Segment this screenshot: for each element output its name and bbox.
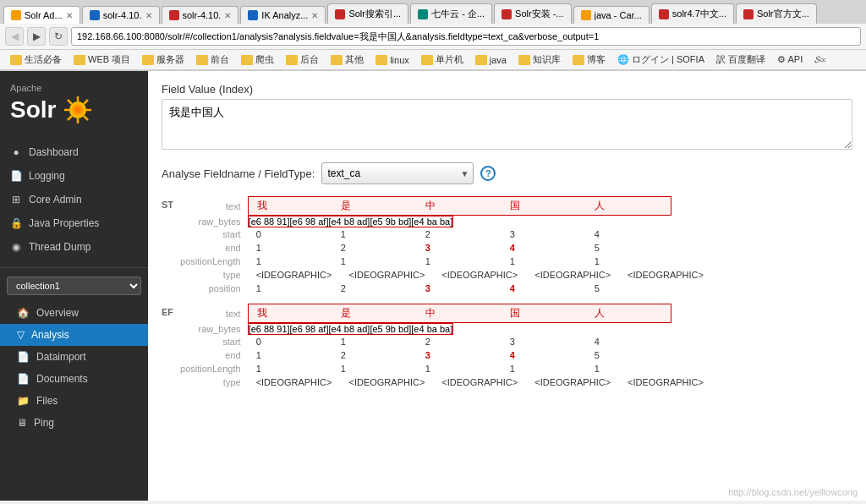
solr-logo: Apache Solr xyxy=(10,83,138,127)
ef-end-4: 5 xyxy=(586,348,671,362)
tab-3[interactable]: solr-4.10. ✕ xyxy=(162,6,239,24)
bookmark-16[interactable]: 𝓢∝ xyxy=(809,53,831,66)
bookmark-9[interactable]: 单片机 xyxy=(416,52,469,67)
ef-start-label: start xyxy=(180,335,248,348)
ef-type-4: <IDEOGRAPHIC> xyxy=(619,375,712,389)
ef-poslen-table: 1 1 1 1 1 xyxy=(248,362,671,375)
fieldtype-select-wrapper: text_ca text_en text_zh string ▼ xyxy=(321,162,474,184)
collection-dropdown[interactable]: collection1 xyxy=(7,277,141,295)
tab-close-icon[interactable]: ✕ xyxy=(66,11,73,20)
ef-poslen-0: 1 xyxy=(248,362,332,375)
forward-button[interactable]: ▶ xyxy=(27,27,46,46)
tab-close-2[interactable]: ✕ xyxy=(145,11,152,20)
tab-5[interactable]: Solr搜索引... xyxy=(327,3,408,24)
bookmark-6[interactable]: 后台 xyxy=(281,52,324,67)
bookmark-3[interactable]: 服务器 xyxy=(137,52,189,67)
sidebar-item-logging[interactable]: 📄 Logging xyxy=(0,164,148,188)
ef-rawbytes-label: raw_bytes xyxy=(180,323,248,335)
st-props-col: text 我 是 中 国 人 xyxy=(180,196,712,295)
tab-close-4[interactable]: ✕ xyxy=(311,11,318,20)
tab-active[interactable]: Solr Ad... ✕ xyxy=(3,6,80,24)
bookmark-11[interactable]: 知识库 xyxy=(513,52,566,67)
tab-8[interactable]: java - Car... xyxy=(573,6,650,24)
ef-start-0: 0 xyxy=(248,335,332,348)
st-poslen-values: 1 1 1 1 1 xyxy=(248,255,712,268)
st-rawbytes-row: raw_bytes [e6 88 91] [e6 98 af] [e4 b8 a… xyxy=(180,216,712,227)
tab-2[interactable]: solr-4.10. ✕ xyxy=(82,6,160,24)
help-icon[interactable]: ? xyxy=(480,166,496,181)
st-position-0: 1 xyxy=(248,282,332,295)
sidebar-logo: Apache Solr xyxy=(0,71,148,135)
sidebar-item-thread-dump[interactable]: ◉ Thread Dump xyxy=(0,235,148,259)
collection-nav-documents[interactable]: 📄 Documents xyxy=(0,368,148,390)
tab-label-3: solr-4.10. xyxy=(183,10,222,20)
fieldtype-select[interactable]: text_ca text_en text_zh string xyxy=(321,162,474,184)
ef-end-3: 4 xyxy=(502,348,586,362)
tab-10[interactable]: Solr官方文... xyxy=(736,3,817,24)
solr-title: Solr xyxy=(10,93,95,127)
tab-7[interactable]: Solr安装 -... xyxy=(494,3,571,24)
ping-icon: 🖥 xyxy=(17,417,27,429)
ef-end-2: 3 xyxy=(417,348,502,362)
app-body: Apache Solr xyxy=(0,71,866,501)
field-value-input[interactable]: 我是中国人 xyxy=(162,99,852,150)
st-poslen-3: 1 xyxy=(502,255,586,268)
bookmark-15[interactable]: ⚙ API xyxy=(772,53,808,66)
tab-bar: Solr Ad... ✕ solr-4.10. ✕ solr-4.10. ✕ I… xyxy=(0,0,866,24)
st-start-0: 0 xyxy=(248,227,332,241)
svg-line-5 xyxy=(68,100,72,104)
st-rawbytes-table: [e6 88 91] [e6 98 af] [e4 b8 ad] [e5 9b … xyxy=(248,216,454,227)
bookmark-2[interactable]: WEB 项目 xyxy=(69,52,135,67)
st-end-1: 2 xyxy=(332,241,417,255)
sidebar-item-java-properties[interactable]: 🔒 Java Properties xyxy=(0,211,148,235)
sidebar-label-dashboard: Dashboard xyxy=(29,146,79,158)
ef-char-row: 我 是 中 国 人 xyxy=(248,304,671,323)
st-char-1: 是 xyxy=(332,197,417,216)
collection-nav-ping[interactable]: 🖥 Ping xyxy=(0,412,148,434)
ef-rawbytes-tokens: [e6 88 91] [e6 98 af] [e4 b8 ad] [e5 9b … xyxy=(248,323,712,335)
st-type-data-row: <IDEOGRAPHIC> <IDEOGRAPHIC> <IDEOGRAPHIC… xyxy=(248,268,712,282)
bookmark-13[interactable]: 🌐 ログイン | SOFIA xyxy=(612,52,710,67)
sidebar-item-dashboard[interactable]: ● Dashboard xyxy=(0,140,148,164)
ef-poslen-label: positionLength xyxy=(180,362,248,375)
st-rawbytes-1: [e6 98 af] xyxy=(290,216,329,227)
tab-close-3[interactable]: ✕ xyxy=(224,11,231,20)
tab-6[interactable]: 七牛云 - 企... xyxy=(410,3,492,24)
st-char-4: 人 xyxy=(586,197,671,216)
documents-icon: 📄 xyxy=(17,373,30,385)
st-poslen-row: positionLength 1 1 1 1 1 xyxy=(180,255,712,268)
bookmark-10[interactable]: java xyxy=(470,54,512,66)
sidebar-nav: ● Dashboard 📄 Logging ⊞ Core Admin 🔒 Jav… xyxy=(0,135,148,264)
tab-label-7: Solr安装 -... xyxy=(515,8,563,20)
tab-4[interactable]: IK Analyz... ✕ xyxy=(240,6,326,24)
tab-favicon xyxy=(11,10,21,20)
ef-poslen-row: positionLength 1 1 1 1 1 xyxy=(180,362,712,375)
tab-label: Solr Ad... xyxy=(25,10,63,20)
ef-start-table: 0 1 2 3 4 xyxy=(248,335,671,348)
collection-nav-overview[interactable]: 🏠 Overview xyxy=(0,302,148,324)
sidebar-label-logging: Logging xyxy=(29,170,65,182)
bookmark-8[interactable]: linux xyxy=(370,54,414,66)
bookmark-1[interactable]: 生活必备 xyxy=(5,52,67,67)
st-char-3: 国 xyxy=(502,197,586,216)
address-bar[interactable] xyxy=(71,27,861,46)
ef-char-1: 是 xyxy=(332,304,417,323)
ef-poslen-3: 1 xyxy=(502,362,586,375)
st-char-row: 我 是 中 国 人 xyxy=(248,197,671,216)
bookmark-12[interactable]: 博客 xyxy=(567,52,611,67)
ef-rawbytes-data-row: [e6 88 91] [e6 98 af] [e4 b8 ad] [e5 9b … xyxy=(248,324,453,335)
collection-nav-files[interactable]: 📁 Files xyxy=(0,390,148,412)
tab-9[interactable]: solr4.7中文... xyxy=(651,3,734,24)
back-button[interactable]: ◀ xyxy=(5,27,24,46)
tab-label-9: solr4.7中文... xyxy=(672,8,726,20)
st-poslen-data-row: 1 1 1 1 1 xyxy=(248,255,671,268)
ef-section-row: EF text 我 是 中 xyxy=(162,304,712,389)
sidebar-item-core-admin[interactable]: ⊞ Core Admin xyxy=(0,188,148,211)
refresh-button[interactable]: ↻ xyxy=(49,27,68,46)
bookmark-14[interactable]: 訳 百度翻译 xyxy=(711,52,770,67)
bookmark-7[interactable]: 其他 xyxy=(326,52,369,67)
bookmark-4[interactable]: 前台 xyxy=(191,52,234,67)
collection-nav-dataimport[interactable]: 📄 Dataimport xyxy=(0,346,148,368)
bookmark-5[interactable]: 爬虫 xyxy=(236,52,279,67)
collection-nav-analysis[interactable]: ▽ Analysis xyxy=(0,324,148,346)
